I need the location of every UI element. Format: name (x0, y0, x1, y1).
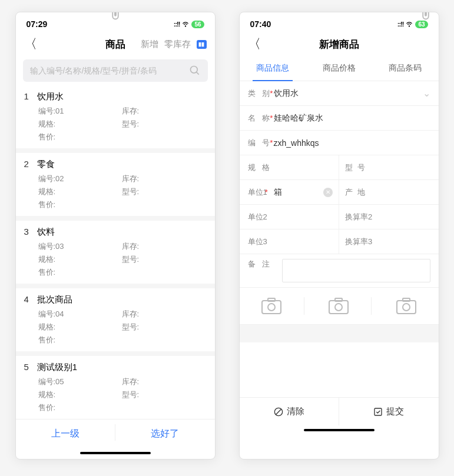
product-list: 1饮用水编号:01库存:规格:型号:售价:2零食编号:02库存:规格:型号:售价… (16, 85, 215, 419)
label-rate3: 换算率3 (339, 237, 375, 247)
field-name[interactable]: 名 称* 娃哈哈矿泉水 (240, 106, 439, 131)
label-category: 类 别* (240, 88, 274, 99)
search-input[interactable] (30, 66, 189, 75)
item-model: 型号: (122, 119, 206, 129)
remark-textarea[interactable] (282, 259, 430, 282)
clear-icon[interactable]: ✕ (323, 188, 333, 197)
item-spec: 规格: (38, 119, 122, 129)
status-time: 07:29 (26, 19, 48, 29)
svg-rect-4 (268, 298, 275, 301)
submit-button[interactable]: 提交 (339, 398, 439, 425)
header-action-add[interactable]: 新增 (141, 39, 158, 50)
tab-product-info[interactable]: 商品信息 (240, 56, 306, 81)
home-indicator (80, 452, 151, 454)
header-action-zerostock[interactable]: 零库存 (164, 39, 191, 50)
item-index: 2 (24, 159, 29, 170)
svg-point-6 (335, 304, 342, 311)
label-name: 名 称* (240, 113, 274, 124)
field-unit2[interactable]: 单位2 (240, 205, 340, 229)
label-spec: 规 格 (240, 162, 274, 173)
svg-line-1 (196, 72, 198, 75)
field-origin[interactable]: 产 地 (339, 180, 439, 205)
field-rate2[interactable]: 换算率2 (339, 205, 439, 229)
value-category: 饮用水 (274, 88, 423, 99)
item-stock: 库存: (122, 174, 206, 184)
header: 〈 新增商品 (240, 32, 439, 56)
clear-icon (274, 407, 283, 417)
item-model: 型号: (122, 322, 206, 332)
value-code: zxh_whhkqs (274, 138, 439, 148)
scan-icon[interactable]: ▮▮ (197, 40, 207, 49)
photo-row (240, 288, 439, 325)
prev-level-button[interactable]: 上一级 (16, 428, 115, 440)
svg-rect-10 (403, 298, 410, 301)
svg-rect-5 (329, 301, 348, 314)
photo-slot-2[interactable] (307, 297, 372, 315)
field-unit1[interactable]: 单位1* 箱 ✕ (240, 180, 340, 205)
paperclip-icon (419, 12, 433, 24)
item-name: 零食 (37, 159, 55, 170)
done-button[interactable]: 选好了 (115, 428, 215, 440)
item-name: 饮用水 (37, 91, 64, 102)
svg-rect-8 (397, 301, 416, 314)
list-item[interactable]: 4批次商品编号:04库存:规格:型号:售价: (16, 288, 215, 356)
search-box[interactable] (23, 59, 208, 82)
item-price: 售价: (38, 199, 206, 210)
svg-rect-2 (262, 301, 281, 314)
camera-icon (396, 297, 417, 315)
svg-rect-7 (335, 298, 342, 301)
item-index: 3 (24, 227, 29, 238)
submit-icon (373, 407, 383, 417)
tabs: 商品信息 商品价格 商品条码 (240, 56, 439, 81)
wifi-icon (405, 20, 413, 28)
field-code[interactable]: 编 号* zxh_whhkqs (240, 131, 439, 155)
item-spec: 规格: (38, 254, 122, 265)
photo-slot-1[interactable] (240, 297, 304, 315)
item-spec: 规格: (38, 390, 122, 400)
item-spec: 规格: (38, 187, 122, 197)
svg-rect-13 (375, 408, 382, 415)
bottom-bar: 清除 提交 (240, 397, 439, 425)
header: 〈 商品 新增 零库存 ▮▮ (16, 32, 215, 56)
tab-product-barcode[interactable]: 商品条码 (372, 56, 439, 81)
camera-icon (328, 297, 349, 315)
item-model: 型号: (122, 390, 206, 400)
back-icon[interactable]: 〈 (248, 38, 261, 51)
list-item[interactable]: 1饮用水编号:01库存:规格:型号:售价: (16, 85, 215, 153)
item-name: 测试级别1 (37, 362, 77, 373)
back-icon[interactable]: 〈 (24, 38, 37, 51)
status-time: 07:40 (250, 19, 271, 29)
list-item[interactable]: 3饮料编号:03库存:规格:型号:售价: (16, 221, 215, 288)
bottom-bar: 上一级 选好了 (16, 419, 215, 448)
field-unit3[interactable]: 单位3 (240, 229, 340, 254)
item-price: 售价: (38, 335, 206, 345)
item-code: 编号:02 (38, 174, 122, 184)
tab-product-price[interactable]: 商品价格 (306, 56, 372, 81)
field-category[interactable]: 类 别* 饮用水 ⌄ (240, 81, 439, 106)
item-name: 批次商品 (37, 294, 72, 305)
phone-right: 07:40 ::!! 63 〈 新增商品 商品信息 商品价格 商品条码 类 别*… (239, 12, 439, 460)
wifi-icon (181, 20, 190, 28)
item-code: 编号:04 (38, 309, 122, 319)
list-item[interactable]: 5测试级别1编号:05库存:规格:型号:售价: (16, 356, 215, 419)
label-rate2: 换算率2 (339, 212, 375, 222)
item-stock: 库存: (122, 106, 206, 116)
svg-point-3 (268, 304, 275, 311)
field-spec[interactable]: 规 格 (240, 155, 340, 180)
item-price: 售价: (38, 402, 206, 413)
clear-button[interactable]: 清除 (240, 398, 340, 425)
list-item[interactable]: 2零食编号:02库存:规格:型号:售价: (16, 153, 215, 221)
label-model: 型 号 (339, 162, 367, 173)
signal-icon: ::!! (174, 21, 180, 28)
svg-point-0 (190, 66, 197, 74)
photo-slot-3[interactable] (374, 297, 438, 315)
label-remark: 备 注 (248, 259, 277, 269)
chevron-down-icon: ⌄ (423, 88, 439, 99)
field-rate3[interactable]: 换算率3 (339, 229, 439, 254)
value-name: 娃哈哈矿泉水 (274, 113, 439, 124)
signal-icon: ::!! (397, 21, 404, 28)
label-origin: 产 地 (339, 187, 367, 198)
item-code: 编号:05 (38, 377, 122, 387)
label-unit2: 单位2 (240, 212, 274, 222)
field-model[interactable]: 型 号 (339, 155, 439, 180)
